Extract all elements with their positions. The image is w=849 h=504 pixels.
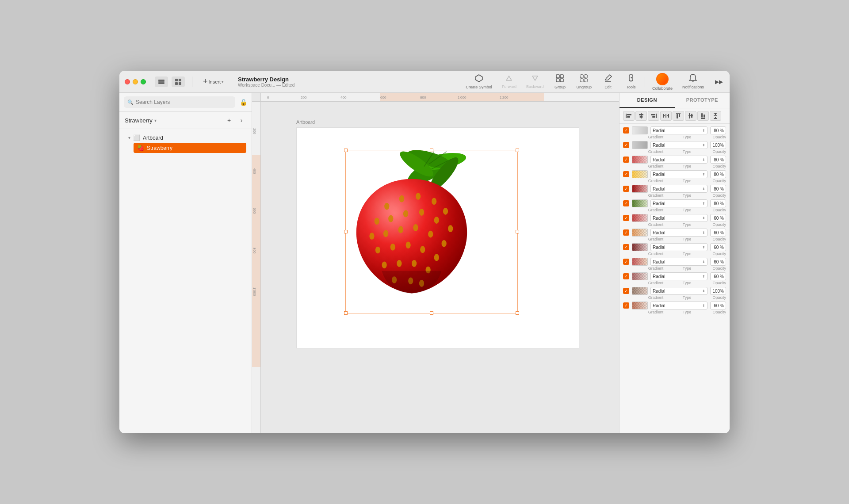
tab-prototype[interactable]: PROTOTYPE [675,93,730,108]
gradient-opacity-5[interactable]: 80 % [710,199,726,207]
handle-bottom-middle[interactable] [430,311,433,315]
gradient-checkbox-9[interactable] [623,259,629,265]
gradient-swatch-11[interactable] [632,287,648,295]
distribute-v-button[interactable] [710,111,721,121]
gradient-type-0[interactable]: Radial ⬍ [650,126,708,134]
gradient-checkbox-0[interactable] [623,127,629,134]
insert-button[interactable]: + Insert ▾ [199,75,227,88]
gradient-checkbox-3[interactable] [623,171,629,177]
gradient-opacity-12[interactable]: 60 % [710,302,726,309]
gradient-swatch-3[interactable] [632,170,648,178]
gradient-swatch-2[interactable] [632,156,648,164]
gradient-swatch-8[interactable] [632,243,648,251]
close-button[interactable] [125,79,130,84]
gradient-type-8[interactable]: Radial ⬍ [650,243,708,251]
svg-rect-66 [651,114,655,115]
gradient-type-12[interactable]: Radial ⬍ [650,302,708,309]
expand-panel-button[interactable]: › [237,115,246,125]
handle-bottom-left[interactable] [344,311,348,315]
gradient-type-10[interactable]: Radial ⬍ [650,272,708,280]
gradient-swatch-4[interactable] [632,185,648,193]
page-name-button[interactable]: Strawberry ▾ [125,117,157,124]
gradient-opacity-1[interactable]: 100% [710,141,726,149]
gradient-label-gradient: Gradient [648,266,664,271]
tab-design[interactable]: DESIGN [620,93,675,108]
gradient-swatch-7[interactable] [632,229,648,237]
artboard-frame[interactable] [296,127,579,348]
add-page-button[interactable]: + [224,115,234,125]
search-layers-input[interactable]: 🔍 [124,96,235,108]
gradient-swatch-5[interactable] [632,199,648,207]
gradient-type-9[interactable]: Radial ⬍ [650,258,708,266]
forward-button[interactable]: Forward [497,73,521,91]
gradient-opacity-2[interactable]: 80 % [710,156,726,164]
ruler-tick: 400 [340,95,346,99]
minimize-button[interactable] [133,79,138,84]
gradient-type-5[interactable]: Radial ⬍ [650,199,708,207]
canvas-area[interactable]: 0 200 400 600 800 1'000 1'200 200 400 60… [252,93,619,433]
gradient-checkbox-5[interactable] [623,200,629,206]
grid-view-button[interactable] [172,76,185,87]
backward-button[interactable]: Backward [522,73,548,91]
align-left-button[interactable] [623,111,635,121]
artboard-label: Artboard [143,135,163,141]
gradient-type-2[interactable]: Radial ⬍ [650,156,708,164]
gradient-type-4[interactable]: Radial ⬍ [650,185,708,193]
create-symbol-button[interactable]: Create Symbol [461,72,497,91]
tools-button[interactable]: ▾ Tools [620,72,642,91]
nav-forward-arrow[interactable]: ▶▶ [714,76,724,87]
gradient-checkbox-4[interactable] [623,186,629,192]
edit-button[interactable]: Edit [597,72,619,91]
artboard-layer[interactable]: ▾ ⬜ Artboard [125,133,246,143]
gradient-checkbox-7[interactable] [623,229,629,236]
ruler-tick: 800 [252,248,256,253]
align-top-button[interactable] [673,111,684,121]
gradient-swatch-6[interactable] [632,214,648,222]
gradient-swatch-10[interactable] [632,272,648,280]
gradient-type-11[interactable]: Radial ⬍ [650,287,708,295]
gradient-swatch-12[interactable] [632,302,648,309]
notifications-button[interactable]: Notifications [678,72,708,91]
gradient-opacity-3[interactable]: 80 % [710,170,726,178]
distribute-h-button[interactable] [660,111,672,121]
gradient-checkbox-6[interactable] [623,215,629,221]
gradient-opacity-11[interactable]: 100% [710,287,726,295]
gradient-opacity-6[interactable]: 60 % [710,214,726,222]
fullscreen-button[interactable] [141,79,146,84]
svg-rect-71 [664,115,665,116]
gradient-opacity-9[interactable]: 60 % [710,258,726,266]
gradient-type-3[interactable]: Radial ⬍ [650,170,708,178]
gradient-swatch-1[interactable] [632,141,648,149]
handle-middle-right[interactable] [516,230,519,233]
gradient-checkbox-11[interactable] [623,288,629,294]
gradient-swatch-0[interactable] [632,126,648,134]
canvas-view-button[interactable] [155,76,168,87]
gradient-opacity-10[interactable]: 60 % [710,272,726,280]
handle-bottom-right[interactable] [516,311,519,315]
gradient-opacity-7[interactable]: 60 % [710,229,726,237]
avatar [656,73,669,85]
collaborate-button[interactable]: Collaborate [648,71,677,92]
align-right-button[interactable] [648,111,659,121]
gradient-type-1[interactable]: Radial ⬍ [650,141,708,149]
gradient-opacity-0[interactable]: 80 % [710,126,726,134]
gradient-opacity-8[interactable]: 60 % [710,243,726,251]
gradient-type-6[interactable]: Radial ⬍ [650,214,708,222]
gradient-opacity-4[interactable]: 80 % [710,185,726,193]
gradient-type-7[interactable]: Radial ⬍ [650,229,708,237]
align-middle-button[interactable] [685,111,696,121]
gradient-checkbox-2[interactable] [623,157,629,163]
strawberry-layer[interactable]: 🍓 Strawberry [134,143,246,153]
gradient-swatch-9[interactable] [632,258,648,266]
gradient-checkbox-10[interactable] [623,273,629,279]
gradient-checkbox-8[interactable] [623,244,629,250]
ungroup-button[interactable]: Ungroup [572,72,596,91]
handle-top-right[interactable] [516,149,519,152]
align-center-button[interactable] [635,111,647,121]
gradient-label-type: Type [664,252,710,256]
gradient-checkbox-1[interactable] [623,142,629,148]
align-bottom-button[interactable] [697,111,709,121]
gradient-checkbox-12[interactable] [623,302,629,309]
search-input[interactable] [136,99,232,105]
group-button[interactable]: Group [549,72,571,91]
